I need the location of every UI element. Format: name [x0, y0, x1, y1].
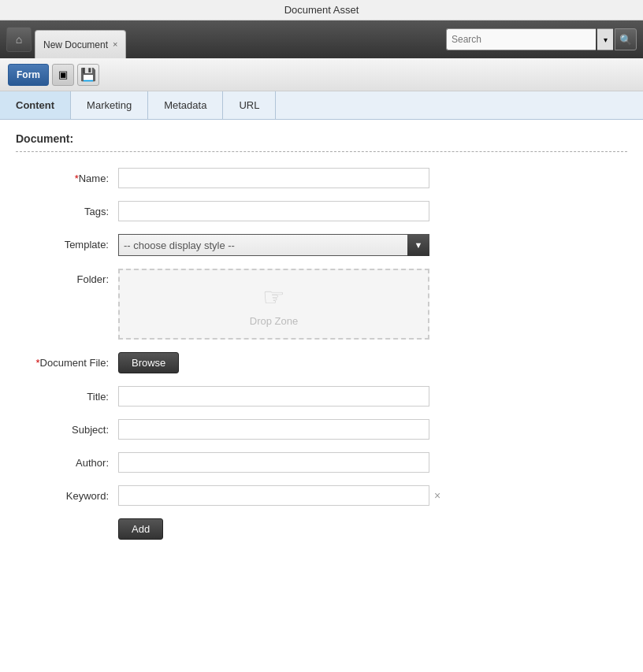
required-star: * [75, 173, 79, 184]
subject-field-row: Subject: [16, 419, 627, 440]
tab-content[interactable]: Content [0, 91, 71, 119]
title-input[interactable] [118, 386, 429, 407]
template-field-row: Template: -- choose display style -- ▼ [16, 234, 627, 256]
keyword-input[interactable] [118, 485, 429, 506]
subject-input[interactable] [118, 419, 429, 440]
search-go-button[interactable]: 🔍 [615, 28, 637, 50]
tags-field-row: Tags: [16, 201, 627, 221]
template-select-wrapper: -- choose display style -- ▼ [118, 234, 429, 256]
tags-label: Tags: [16, 201, 118, 217]
content-tabs: Content Marketing Metadata URL [0, 91, 643, 120]
template-label: Template: [16, 234, 118, 251]
template-select[interactable]: -- choose display style -- [118, 234, 429, 256]
keyword-label: Keyword: [16, 485, 118, 502]
add-button-row: Add [16, 518, 627, 540]
folder-label: Folder: [16, 269, 118, 285]
home-button[interactable]: ⌂ [6, 27, 32, 52]
save-icon: 💾 [80, 67, 96, 82]
doc-required-star: * [36, 357, 40, 369]
name-field-row: *Name: [16, 168, 627, 188]
folder-field-row: Folder: ☞ Drop Zone [16, 269, 627, 340]
toolbar: Form ▣ 💾 [0, 58, 643, 91]
form-button[interactable]: Form [8, 64, 49, 86]
drop-zone-icon: ☞ [262, 282, 285, 312]
add-button[interactable]: Add [118, 518, 163, 540]
top-nav: ⌂ New Document × ▾ 🔍 [0, 20, 643, 58]
tab-metadata[interactable]: Metadata [148, 91, 223, 119]
drop-zone-text: Drop Zone [250, 315, 298, 327]
keyword-field-row: Keyword: × [16, 485, 627, 506]
keyword-row: × [118, 485, 440, 506]
search-input[interactable] [446, 28, 596, 50]
author-field-row: Author: [16, 452, 627, 473]
tab-close-button[interactable]: × [113, 40, 117, 49]
toggle-icon: ▣ [58, 69, 68, 80]
name-input[interactable] [118, 168, 429, 188]
folder-drop-zone[interactable]: ☞ Drop Zone [118, 269, 429, 340]
tab-url[interactable]: URL [223, 91, 276, 119]
tags-input[interactable] [118, 201, 429, 221]
main-content: Document: *Name: Tags: Template: -- choo… [0, 120, 643, 552]
keyword-clear-button[interactable]: × [434, 489, 440, 502]
name-label: *Name: [16, 168, 118, 184]
save-button[interactable]: 💾 [77, 64, 99, 86]
subject-label: Subject: [16, 419, 118, 436]
section-divider [16, 151, 627, 152]
search-dropdown-button[interactable]: ▾ [597, 28, 613, 50]
tab-marketing[interactable]: Marketing [71, 91, 148, 119]
tab-label: New Document [43, 39, 108, 50]
author-input[interactable] [118, 452, 429, 473]
author-label: Author: [16, 452, 118, 469]
browse-button[interactable]: Browse [118, 352, 179, 373]
toggle-button[interactable]: ▣ [52, 64, 74, 86]
title-label: Title: [16, 386, 118, 403]
search-area: ▾ 🔍 [446, 28, 637, 50]
title-field-row: Title: [16, 386, 627, 407]
document-tab[interactable]: New Document × [35, 30, 126, 58]
section-title: Document: [16, 132, 627, 145]
document-file-label: *Document File: [16, 352, 118, 369]
page-title: Document Asset [0, 0, 643, 20]
document-file-row: *Document File: Browse [16, 352, 627, 373]
